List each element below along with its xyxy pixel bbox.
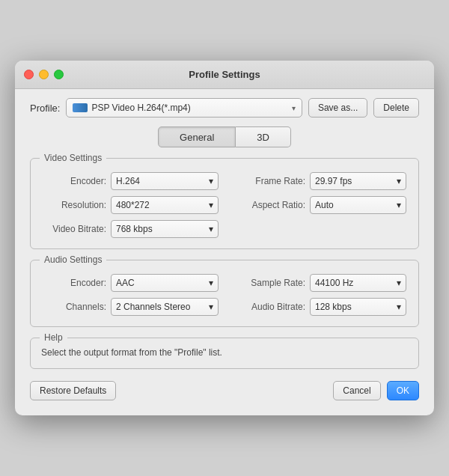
video-bitrate-select[interactable]: 768 kbps ▾ <box>111 220 219 238</box>
video-bitrate-label: Video Bitrate: <box>43 224 106 234</box>
frame-rate-value: 29.97 fps <box>315 176 352 186</box>
video-bitrate-chevron-icon: ▾ <box>209 224 213 234</box>
encoder-chevron-icon: ▾ <box>209 176 213 186</box>
video-settings-title: Video Settings <box>40 153 106 163</box>
video-settings-grid: Encoder: H.264 ▾ Frame Rate: 29.97 fps ▾… <box>43 172 406 238</box>
traffic-lights <box>24 70 64 79</box>
audio-encoder-chevron-icon: ▾ <box>209 278 213 288</box>
aspect-ratio-label: Aspect Ratio: <box>230 200 305 210</box>
maximize-button[interactable] <box>54 70 64 79</box>
encoder-label: Encoder: <box>43 176 106 186</box>
audio-bitrate-select[interactable]: 128 kbps ▾ <box>310 298 406 316</box>
aspect-ratio-select[interactable]: Auto ▾ <box>310 196 406 214</box>
video-bitrate-value: 768 kbps <box>116 224 153 234</box>
delete-button[interactable]: Delete <box>373 98 419 118</box>
audio-bitrate-value: 128 kbps <box>315 302 352 312</box>
audio-encoder-label: Encoder: <box>43 278 106 288</box>
close-button[interactable] <box>24 70 34 79</box>
sample-rate-value: 44100 Hz <box>315 278 353 288</box>
help-title: Help <box>40 332 67 343</box>
aspect-ratio-row: Aspect Ratio: Auto ▾ <box>230 196 406 214</box>
frame-rate-chevron-icon: ▾ <box>397 176 401 186</box>
window-body: Profile: PSP Video H.264(*.mp4) ▾ Save a… <box>15 89 434 415</box>
tab-general[interactable]: General <box>158 126 236 147</box>
sample-rate-row: Sample Rate: 44100 Hz ▾ <box>230 274 406 292</box>
channels-value: 2 Channels Stereo <box>116 302 190 312</box>
resolution-row: Resolution: 480*272 ▾ <box>43 196 219 214</box>
footer-right: Cancel OK <box>333 381 419 400</box>
sample-rate-chevron-icon: ▾ <box>397 278 401 288</box>
frame-rate-select[interactable]: 29.97 fps ▾ <box>310 172 406 190</box>
video-settings-section: Video Settings Encoder: H.264 ▾ Frame Ra… <box>30 158 419 249</box>
audio-encoder-row: Encoder: AAC ▾ <box>43 274 219 292</box>
video-bitrate-row: Video Bitrate: 768 kbps ▾ <box>43 220 219 238</box>
audio-settings-grid: Encoder: AAC ▾ Sample Rate: 44100 Hz ▾ C… <box>43 274 406 316</box>
audio-settings-title: Audio Settings <box>40 254 106 265</box>
resolution-chevron-icon: ▾ <box>209 200 213 210</box>
title-bar: Profile Settings <box>15 61 434 89</box>
audio-settings-section: Audio Settings Encoder: AAC ▾ Sample Rat… <box>30 260 419 327</box>
frame-rate-label: Frame Rate: <box>230 176 305 186</box>
footer: Restore Defaults Cancel OK <box>30 381 419 403</box>
help-section: Help Select the output format from the "… <box>30 338 419 369</box>
encoder-row: Encoder: H.264 ▾ <box>43 172 219 190</box>
profile-select-chevron-icon: ▾ <box>292 104 296 112</box>
audio-bitrate-label: Audio Bitrate: <box>230 302 305 312</box>
sample-rate-select[interactable]: 44100 Hz ▾ <box>310 274 406 292</box>
profile-row: Profile: PSP Video H.264(*.mp4) ▾ Save a… <box>30 98 419 118</box>
resolution-label: Resolution: <box>43 200 106 210</box>
frame-rate-row: Frame Rate: 29.97 fps ▾ <box>230 172 406 190</box>
tab-3d[interactable]: 3D <box>236 126 291 147</box>
aspect-ratio-value: Auto <box>315 200 334 210</box>
encoder-value: H.264 <box>116 176 140 186</box>
channels-select[interactable]: 2 Channels Stereo ▾ <box>111 298 219 316</box>
resolution-select[interactable]: 480*272 ▾ <box>111 196 219 214</box>
ok-button[interactable]: OK <box>387 381 419 400</box>
main-window: Profile Settings Profile: PSP Video H.26… <box>15 61 434 415</box>
channels-row: Channels: 2 Channels Stereo ▾ <box>43 298 219 316</box>
restore-defaults-button[interactable]: Restore Defaults <box>30 381 116 400</box>
resolution-value: 480*272 <box>116 200 150 210</box>
help-text: Select the output format from the "Profi… <box>41 346 408 359</box>
window-title: Profile Settings <box>189 69 260 80</box>
profile-video-icon <box>73 103 88 112</box>
audio-bitrate-chevron-icon: ▾ <box>397 302 401 312</box>
profile-select[interactable]: PSP Video H.264(*.mp4) ▾ <box>66 98 302 118</box>
aspect-ratio-chevron-icon: ▾ <box>397 200 401 210</box>
encoder-select[interactable]: H.264 ▾ <box>111 172 219 190</box>
save-as-button[interactable]: Save as... <box>308 98 367 118</box>
channels-label: Channels: <box>43 302 106 312</box>
audio-bitrate-row: Audio Bitrate: 128 kbps ▾ <box>230 298 406 316</box>
audio-encoder-value: AAC <box>116 278 135 288</box>
tabs-row: General 3D <box>30 126 419 147</box>
profile-select-value: PSP Video H.264(*.mp4) <box>91 103 190 113</box>
sample-rate-label: Sample Rate: <box>230 278 305 288</box>
audio-encoder-select[interactable]: AAC ▾ <box>111 274 219 292</box>
profile-label: Profile: <box>30 103 60 114</box>
cancel-button[interactable]: Cancel <box>333 381 380 400</box>
minimize-button[interactable] <box>39 70 49 79</box>
profile-select-text: PSP Video H.264(*.mp4) <box>73 103 190 113</box>
channels-chevron-icon: ▾ <box>209 302 213 312</box>
